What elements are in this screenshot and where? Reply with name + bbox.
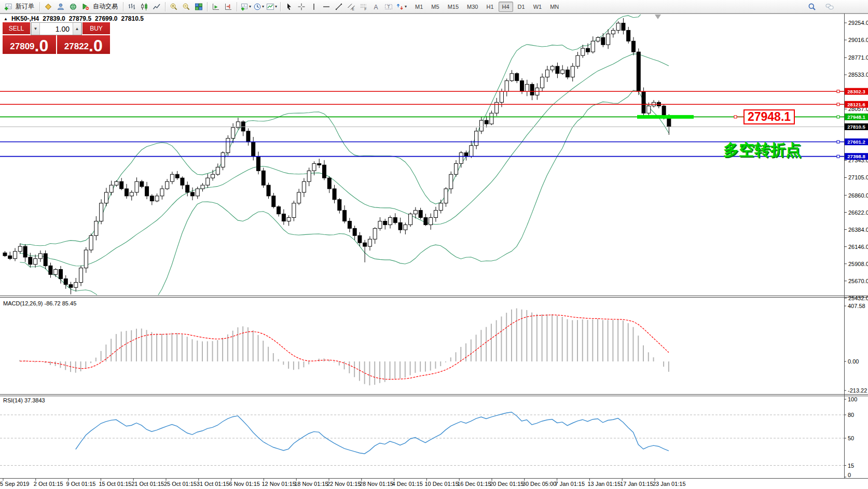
autotrading-label[interactable]: 自动交易 — [93, 2, 118, 11]
price-line-label: 27601.2 — [847, 139, 865, 145]
buy-price[interactable]: 27822.0 — [57, 35, 111, 54]
ohlc-open: 27839.0 — [43, 15, 65, 22]
horizontal-line-objects[interactable] — [0, 90, 844, 158]
time-tick-label: 12 Nov 01:15 — [261, 481, 295, 487]
time-tick-label: 4 Dec 01:15 — [392, 481, 423, 487]
candlestick-chart-icon[interactable] — [139, 1, 150, 12]
macd-label: MACD(12,26,9) -86.72 85.45 — [3, 300, 76, 306]
time-tick-label: 31 Oct 01:15 — [197, 481, 229, 487]
buy-price-dec: .0 — [89, 38, 103, 53]
time-tick-label: 2 Oct 01:15 — [34, 481, 63, 487]
line-chart-icon[interactable] — [151, 1, 162, 12]
time-tick-label: 10 Dec 01:15 — [424, 481, 458, 487]
arrows-icon[interactable]: ▾ — [395, 1, 407, 12]
cursor-icon[interactable] — [283, 1, 295, 12]
fibonacci-icon[interactable]: F — [358, 1, 369, 12]
vertical-line-icon[interactable] — [308, 1, 320, 12]
bollinger-bands — [20, 13, 669, 316]
zoom-in-icon[interactable] — [168, 1, 180, 12]
price-tick-label: 28533.0 — [848, 72, 868, 78]
buy-button[interactable]: BUY — [82, 22, 110, 35]
text-label-icon[interactable]: T — [383, 1, 394, 12]
volume-decrease-button[interactable]: ▼ — [31, 23, 40, 35]
symbol-arrow-icon: ▲ — [4, 17, 8, 21]
price-line-label: 27810.5 — [847, 124, 865, 130]
trend-segment[interactable] — [637, 115, 694, 119]
chat-icon[interactable] — [824, 1, 835, 12]
ohlc-close: 27810.5 — [121, 15, 143, 22]
price-tick-label: 26384.0 — [848, 227, 868, 233]
timeframe-button-m5[interactable]: M5 — [428, 2, 443, 12]
price-tick-label: 27105.0 — [848, 174, 868, 180]
price-callout[interactable]: 27948.1 — [743, 109, 795, 124]
svg-text:T: T — [387, 4, 390, 9]
volume-value[interactable]: 1.00 — [40, 23, 73, 35]
timeframe-button-h1[interactable]: H1 — [483, 2, 497, 12]
svg-text:F: F — [365, 7, 367, 11]
timeframe-button-m30[interactable]: M30 — [463, 2, 481, 12]
buy-price-main: 27822 — [64, 40, 89, 53]
periodicity-icon[interactable]: ▾ — [253, 1, 265, 12]
timeframe-button-m15[interactable]: M15 — [444, 2, 462, 12]
auto-scroll-icon[interactable] — [210, 1, 222, 12]
time-tick-label: 17 Jan 01:15 — [620, 481, 653, 487]
panel-separators[interactable] — [0, 14, 868, 479]
rsi-axis-label: 15 — [848, 463, 854, 469]
sell-price[interactable]: 27809.0 — [3, 35, 56, 54]
time-tick-label: 18 Nov 01:15 — [294, 481, 328, 487]
turning-point-annotation: 多空转折点 — [723, 139, 801, 161]
tile-windows-icon[interactable] — [193, 1, 204, 12]
chart-shift-marker[interactable] — [655, 15, 661, 19]
price-tick-label: 26146.0 — [848, 244, 868, 250]
autotrading-icon[interactable] — [80, 1, 91, 12]
price-tick-label: 25670.0 — [848, 278, 868, 284]
timeframe-button-d1[interactable]: D1 — [514, 2, 529, 12]
timeframe-button-m1[interactable]: M1 — [411, 2, 426, 12]
price-chart[interactable]: 29254.029016.028771.028533.028057.027343… — [0, 13, 868, 489]
time-axis: 25 Sep 20192 Oct 01:159 Oct 01:1515 Oct … — [0, 479, 686, 487]
time-tick-label: 15 Oct 01:15 — [99, 481, 131, 487]
text-icon[interactable]: A — [370, 1, 382, 12]
chart-shift-icon[interactable] — [223, 1, 234, 12]
templates-icon[interactable]: ▾ — [266, 1, 278, 12]
search-icon[interactable] — [806, 1, 818, 12]
volume-stepper[interactable]: ▼ 1.00 ▲ — [31, 22, 82, 35]
timeframe-button-w1[interactable]: W1 — [530, 2, 546, 12]
new-order-icon[interactable] — [3, 1, 14, 12]
rsi-axis: 1008050150 — [844, 396, 857, 478]
volume-increase-button[interactable]: ▲ — [73, 23, 81, 35]
price-line-label: 27398.8 — [847, 153, 865, 159]
bar-chart-icon[interactable] — [126, 1, 137, 12]
metaeditor-icon[interactable] — [43, 1, 54, 12]
trendline-icon[interactable] — [333, 1, 345, 12]
time-tick-label: 6 Nov 01:15 — [229, 481, 260, 487]
toolbar: 新订单自动交易▾▾▾EFAT▾ M1M5M15M30H1H4D1W1MN — [0, 0, 868, 13]
toolbar-separator — [39, 2, 40, 11]
horizontal-line-icon[interactable] — [321, 1, 332, 12]
macd-axis-label: -213.22 — [848, 387, 867, 394]
zoom-out-icon[interactable] — [181, 1, 192, 12]
toolbar-separator — [237, 2, 237, 11]
sell-button[interactable]: SELL — [3, 22, 30, 35]
price-tick-label: 25432.0 — [848, 295, 868, 301]
one-click-trading-panel: SELL ▼ 1.00 ▲ BUY 27809.0 27822.0 — [3, 22, 110, 54]
equidistant-channel-icon[interactable]: E — [346, 1, 357, 12]
chart-title: ▲ HK50-,H4 27839.0 27879.5 27699.0 27810… — [4, 15, 144, 22]
new-order-label[interactable]: 新订单 — [16, 2, 34, 11]
svg-text:E: E — [352, 7, 355, 11]
rsi-line — [76, 412, 669, 454]
toolbar-separator — [123, 2, 123, 11]
new-chart-icon[interactable]: ▾ — [240, 1, 252, 12]
rsi-label: RSI(14) 37.3843 — [3, 397, 45, 403]
profile-icon[interactable] — [55, 1, 66, 12]
timeframe-button-h4[interactable]: H4 — [499, 2, 513, 12]
rsi-axis-label: 50 — [848, 435, 854, 441]
time-tick-label: 25 Oct 01:15 — [164, 481, 197, 487]
price-line-label: 28302.3 — [847, 89, 865, 94]
broadcast-icon[interactable] — [67, 1, 79, 12]
time-tick-label: 22 Nov 01:15 — [327, 481, 361, 487]
price-line-label: 28121.6 — [847, 102, 865, 107]
price-tick-label: 26622.0 — [848, 209, 868, 216]
timeframe-button-mn[interactable]: MN — [546, 2, 562, 12]
crosshair-icon[interactable] — [296, 1, 307, 12]
